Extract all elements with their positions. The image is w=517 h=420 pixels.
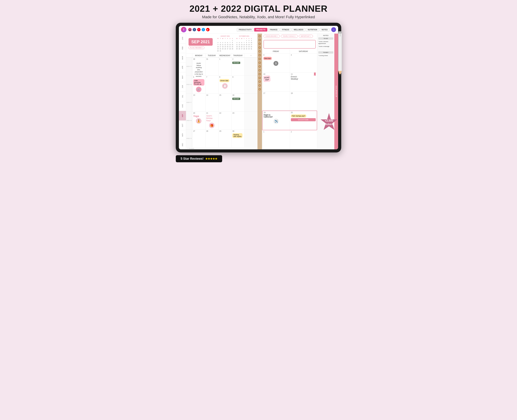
cell-6: 6 order groceriesfor pick up 🛒 — [192, 75, 205, 93]
day-header-mon: MONDAY — [192, 54, 205, 57]
sep-box: SEP 2021 — [189, 38, 213, 46]
cell-16: 16 PAY DAY — [231, 94, 244, 111]
spine-hole-13 — [258, 81, 261, 83]
cell-20: 20 Yoga 🧘 — [192, 112, 205, 129]
sidebar-item-nov[interactable]: NOV — [179, 130, 186, 140]
sidebar-item-jun[interactable]: JUN — [179, 82, 186, 91]
sticker-meeting: Meetingwith Sophia — [232, 133, 243, 138]
copyright: © Templayte — [186, 148, 258, 149]
twitter-icon[interactable]: t — [202, 28, 205, 31]
cell-9: 9 — [231, 75, 244, 93]
cal-grid: WEEK 35 30 Quote: before anything else, … — [186, 58, 258, 148]
page-header: 2021 + 2022 DIGITAL PLANNER Made for Goo… — [176, 3, 341, 19]
tab-nutrition[interactable]: NUTRITION — [306, 28, 319, 31]
youtube-icon[interactable]: ▶ — [206, 28, 210, 31]
cal-header: SEP 2021 PLAN / REVIEW > AUGUST 2021 MTW… — [186, 34, 258, 54]
svg-text:Stickers!: Stickers! — [324, 123, 334, 126]
dollar-icon: $ — [274, 61, 278, 66]
days-header: MONDAY TUESDAY WEDNESDAY THURSDAY 5 — [186, 54, 258, 58]
sidebar-item-dec[interactable]: DEC — [179, 140, 186, 149]
tablet-wrapper: T 📷 f P t ▶ PRODUCTIVITY PROJECTS FINANC… — [176, 23, 341, 152]
week-39-row: WEEK 39 27 28 29 30 — [186, 129, 258, 148]
nav-logo[interactable]: T — [181, 27, 186, 32]
social-icons: 📷 f P t ▶ — [188, 28, 210, 31]
spine-hole-3 — [258, 43, 261, 45]
tab-wellness[interactable]: WELLNESS — [292, 28, 305, 31]
plane-icon: ✈️ — [273, 119, 279, 124]
week-37-row: WEEK 37 13 14 15 16 — [186, 94, 258, 112]
todo-item-1: * book a doctors appointment — [318, 41, 333, 45]
home-button[interactable]: ⌂ — [331, 27, 336, 32]
emma-wedding-text: Emma'sWedding! — [291, 76, 316, 80]
spine-hole-15 — [258, 88, 261, 90]
pinterest-icon[interactable]: P — [197, 28, 201, 31]
cell-14: 14 — [205, 94, 218, 111]
tab-productivity[interactable]: PRODUCTIVITY — [237, 28, 253, 31]
vacation-label: VACATION — [291, 118, 316, 121]
right-week-5: 1 2 — [262, 130, 317, 149]
right-big-box — [264, 40, 316, 49]
cell-22: 22 — [218, 112, 231, 129]
right-top-bar: VISION BOARD > YEARLY GOALS > IMPORTANT … — [262, 34, 317, 39]
mini-cal-aug: AUGUST 2021 MTWTFSS 1 2345678 9101112131… — [217, 35, 234, 52]
tab-finance[interactable]: FINANCE — [268, 28, 279, 31]
instagram-icon[interactable]: 📷 — [188, 28, 192, 31]
cell-30-sep: 30 Meetingwith Sophia — [231, 129, 244, 147]
right-cell-sat-11: 11 Emma'sWedding! — [290, 73, 317, 91]
sticker-dinner: Dinner date — [219, 79, 229, 82]
svg-rect-5 — [338, 33, 342, 33]
page-subtitle: Made for GoodNotes, Notability, Xodo, an… — [176, 15, 341, 19]
spine-hole-14 — [258, 84, 261, 87]
sidebar-item-sep[interactable]: SEP — [179, 111, 186, 120]
flight-to-text: Flight toCalifornia!! — [264, 114, 289, 118]
sep-label: SEP 2021 — [191, 39, 210, 44]
important-button[interactable]: IMPORTANT > — [299, 35, 313, 38]
spine-hole-4 — [258, 46, 261, 49]
sarahs-party-text: Sarah's Birthday Party! — [206, 115, 218, 122]
svg-rect-0 — [338, 33, 342, 71]
sidebar-item-oct[interactable]: OCT — [179, 120, 186, 130]
sidebar-item-mar[interactable]: MAR — [179, 53, 186, 62]
yearly-goals-button[interactable]: YEARLY GOALS > — [281, 35, 298, 38]
right-day-header-fri: FRIDAY — [262, 50, 290, 53]
week-36-label: WEEK 36 — [186, 75, 192, 93]
week-37-label: WEEK 37 — [186, 94, 192, 111]
week-col-header — [186, 54, 192, 57]
spine-hole-2 — [258, 39, 261, 41]
sidebar-item-may[interactable]: MAY — [179, 72, 186, 82]
sidebar-item-jan[interactable]: JAN — [179, 34, 186, 43]
plan-review-button[interactable]: PLAN / REVIEW > — [189, 46, 204, 49]
reviews-text: 5 Star Reviews! — [181, 157, 204, 161]
right-day-header-sat: SATURDAY — [290, 50, 317, 53]
spine — [258, 34, 262, 149]
cell-fri-4 — [244, 112, 258, 129]
right-cell-fri-1: 1 — [262, 130, 290, 149]
pay-day-badge-2: PAY DAY — [232, 98, 240, 100]
sidebar-item-jul[interactable]: JUL — [179, 91, 186, 101]
current-month-box: SEP 2021 PLAN / REVIEW > — [189, 38, 213, 49]
right-week-2: 10 ROADTRIP 11 Emma'sWedding! — [262, 73, 317, 92]
sidebar-item-apr[interactable]: APR — [179, 62, 186, 72]
tab-fitness[interactable]: FITNESS — [280, 28, 291, 31]
page-wrapper: 2021 + 2022 DIGITAL PLANNER Made for Goo… — [176, 3, 341, 162]
pencil-decoration — [336, 30, 344, 78]
sidebar-item-feb[interactable]: FEB — [179, 43, 186, 53]
week-36-row: WEEK 36 6 order groceriesfor pick up 🛒 7… — [186, 75, 258, 93]
sidebar-item-aug[interactable]: AUG — [179, 101, 186, 111]
cell-28: 28 — [205, 129, 218, 147]
spine-hole-10 — [258, 69, 261, 72]
cell-23: 23 — [231, 112, 244, 129]
vision-board-button[interactable]: VISION BOARD > — [264, 35, 280, 38]
week-35-label: WEEK 35 — [186, 58, 192, 75]
tab-notes[interactable]: NOTES — [320, 28, 329, 31]
right-cell-sat-25: 25 Palm Springs yay!!! VACATION — [290, 111, 317, 130]
cell-15: 15 — [218, 94, 231, 111]
right-cell-sat-18: 18 — [290, 92, 317, 111]
tablet-screen: T 📷 f P t ▶ PRODUCTIVITY PROJECTS FINANC… — [179, 26, 338, 149]
facebook-icon[interactable]: f — [193, 28, 196, 31]
right-cell-fri-3: 3 Rent due $ — [262, 53, 290, 72]
cell-13: 13 — [192, 94, 205, 111]
tab-projects[interactable]: PROJECTS — [254, 28, 267, 31]
road-trip-sticker: ROADTRIP — [263, 75, 271, 82]
yoga-text: Yoga — [193, 115, 204, 118]
